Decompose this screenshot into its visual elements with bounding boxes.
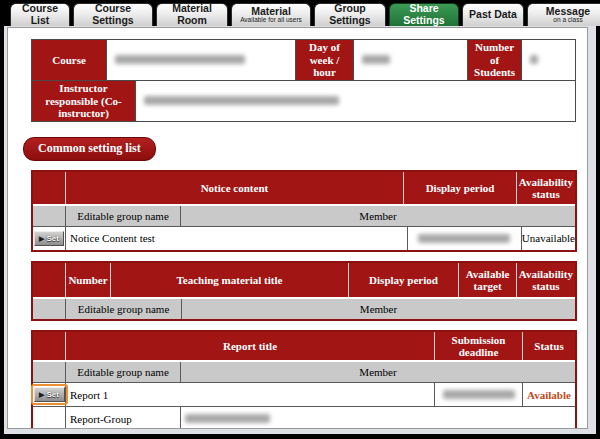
material-display-period-header: Display period [349,263,460,297]
report-group-member-cell [181,407,575,429]
material-number-header: Number [66,263,112,297]
day-of-week-label: Day of week / hour [296,39,354,81]
tab-message[interactable]: Message on a class [527,3,600,26]
course-info-row-2: Instructor responsible (Co-instructor) [31,81,576,122]
tab-label: Share Settings [394,3,454,25]
blurred-students-value [530,55,538,64]
share-settings-panel: Course Day of week / hour Number of Stud… [7,27,588,429]
notice-row: ▶Set Notice Content test Unavailable [33,226,575,250]
course-label: Course [31,39,107,81]
set-button[interactable]: ▶Set [34,387,65,402]
report-table: Report title Submission deadline Status … [31,330,577,429]
course-info-row-1: Course Day of week / hour Number of Stud… [31,39,576,81]
notice-display-period-header: Display period [404,172,517,204]
blurred-course-name [115,55,245,64]
report-group-row: Report-Group [33,406,575,429]
material-availability-status-header: Availability status [517,263,575,297]
tab-past-data[interactable]: Past Data [462,3,524,26]
course-value [107,39,296,81]
tab-sublabel: Available for all users [240,17,302,24]
subheader-spacer [33,362,66,382]
member-header: Member [182,299,575,319]
material-set-column-header [33,263,66,297]
notice-set-column-header [33,172,66,204]
tab-label: Course Settings [78,3,148,25]
tab-course-settings[interactable]: Course Settings [73,3,153,26]
notice-table-header: Notice content Display period Availabili… [33,172,575,204]
blurred-member-name [185,414,270,423]
editable-group-name-header: Editable group name [66,206,181,226]
instructor-value [136,81,576,122]
set-button-label: Set [46,234,58,243]
tab-bar: Course List Course Settings Material Roo… [10,3,600,26]
play-icon: ▶ [39,391,44,398]
report-deadline-cell [435,383,523,406]
notice-display-period-cell [408,227,522,250]
notice-content-header: Notice content [66,172,405,204]
material-available-target-header: Available target [459,263,516,297]
material-subheader-row: Editable group name Member [33,297,575,319]
tab-sublabel: on a class [553,17,582,24]
tab-label: Past Data [469,9,517,20]
blurred-instructor-value [144,96,339,105]
editable-group-name-header: Editable group name [66,362,181,382]
instructor-label: Instructor responsible (Co-instructor) [31,81,136,122]
tab-material[interactable]: Material Available for all users [231,3,311,26]
notice-set-cell: ▶Set [33,227,66,250]
blurred-display-period [418,234,510,243]
blurred-day-value [362,55,390,64]
play-icon: ▶ [39,235,44,242]
tab-material-room[interactable]: Material Room [156,3,228,26]
editable-group-name-header: Editable group name [66,299,182,319]
tab-label: Group Settings [319,3,381,25]
report-submission-deadline-header: Submission deadline [435,332,523,360]
tab-share-settings[interactable]: Share Settings [389,3,459,26]
material-title-header: Teaching material title [111,263,348,297]
subheader-spacer [33,206,66,226]
member-header: Member [181,206,575,226]
tab-group-settings[interactable]: Group Settings [314,3,386,26]
notice-subheader-row: Editable group name Member [33,204,575,226]
material-table-header: Number Teaching material title Display p… [33,263,575,297]
report-row: ▶Set Report 1 Available [33,382,575,406]
tab-label: Material [251,6,291,17]
day-of-week-value [354,39,468,81]
report-group-set-cell [33,407,66,429]
highlight-box: ▶Set [31,384,68,405]
number-of-students-label: Number of Students [468,39,522,81]
notice-title-cell: Notice Content test [66,227,408,250]
set-button[interactable]: ▶Set [34,231,64,246]
report-subheader-row: Editable group name Member [33,360,575,382]
set-button-label: Set [46,390,58,399]
report-set-column-header [33,332,66,360]
report-group-name-cell: Report-Group [66,407,181,429]
tab-course-list[interactable]: Course List [10,3,70,26]
notice-table: Notice content Display period Availabili… [31,170,577,252]
common-setting-list-button[interactable]: Common setting list [23,137,156,161]
report-set-cell: ▶Set [33,383,66,406]
tab-label: Message [546,6,590,17]
report-status-header: Status [523,332,575,360]
report-table-header: Report title Submission deadline Status [33,332,575,360]
subheader-spacer [33,299,66,319]
notice-availability-status-header: Availability status [517,172,575,204]
course-info-block: Course Day of week / hour Number of Stud… [31,39,576,122]
notice-status-cell: Unavailable [522,227,575,250]
member-header: Member [181,362,575,382]
report-status-cell: Available [523,383,575,406]
blurred-deadline [443,390,515,399]
teaching-material-table: Number Teaching material title Display p… [31,261,577,321]
report-title-cell: Report 1 [66,383,435,406]
number-of-students-value [522,39,576,81]
report-title-header: Report title [66,332,435,360]
tab-label: Course List [15,3,65,25]
tab-label: Material Room [161,3,223,25]
